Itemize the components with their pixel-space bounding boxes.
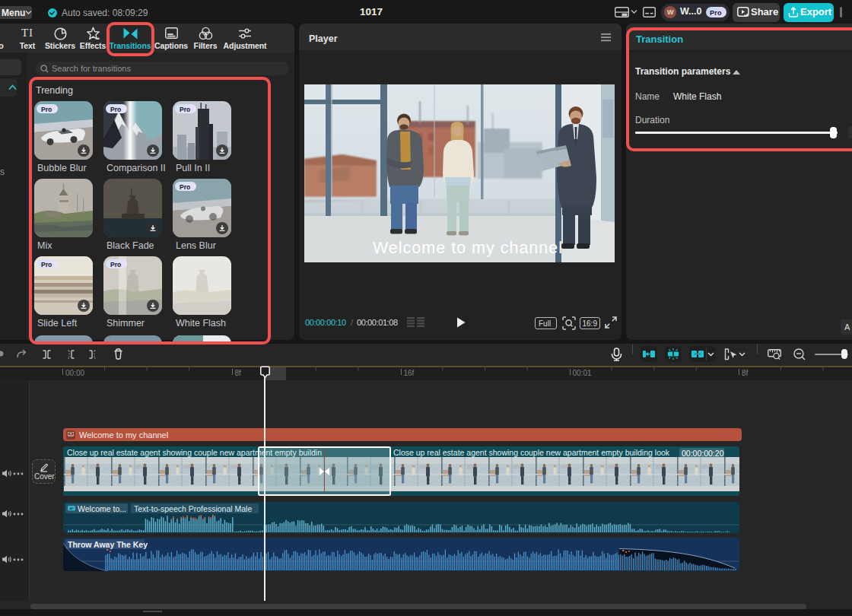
svg-text:Welcome to my channel: Welcome to my channel — [373, 239, 563, 257]
